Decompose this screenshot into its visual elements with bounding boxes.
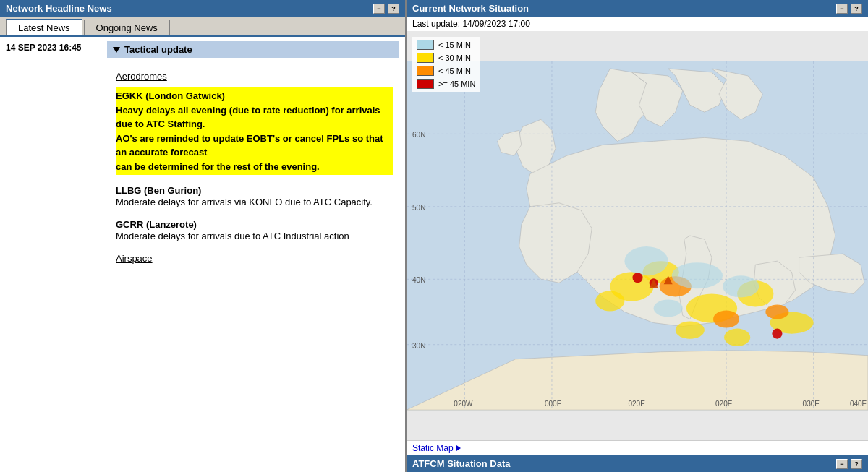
svg-text:50N: 50N (412, 204, 425, 212)
llbg-name: LLBG (Ben Gurion) (116, 185, 393, 196)
aerodrome-llbg: LLBG (Ben Gurion) Moderate delays for ar… (116, 185, 393, 209)
left-help-button[interactable]: ? (388, 4, 399, 14)
svg-point-26 (676, 322, 705, 339)
right-panel-title-bar: Current Network Situation − ? (407, 0, 868, 17)
aerodrome-gcrr: GCRR (Lanzerote) Moderate delays for arr… (116, 219, 393, 243)
right-panel: Current Network Situation − ? Last updat… (407, 0, 868, 472)
svg-point-30 (713, 310, 739, 327)
bottom-panel-title-bar: ATFCM Situation Data − ? (407, 455, 868, 472)
tactical-bar: Tactical update (107, 41, 399, 58)
svg-text:030E: 030E (803, 400, 820, 408)
aerodromes-heading: Aerodromes (116, 71, 393, 82)
static-map-label: Static Map (412, 443, 454, 453)
last-update: Last update: 14/09/2023 17:00 (407, 17, 868, 31)
svg-text:30N: 30N (412, 342, 425, 350)
svg-text:020W: 020W (454, 400, 473, 408)
news-content[interactable]: 14 SEP 2023 16:45 Tactical update Aerodr… (0, 37, 405, 472)
svg-point-32 (624, 246, 668, 275)
right-help-button[interactable]: ? (851, 4, 862, 14)
right-panel-controls: − ? (836, 4, 862, 14)
svg-point-36 (632, 273, 642, 283)
svg-point-34 (723, 275, 759, 297)
tactical-label: Tactical update (124, 44, 192, 55)
egkk-content: EGKK (London Gatwick)Heavy delays all ev… (116, 87, 393, 175)
legend-label-45plus: >= 45 MIN (438, 80, 475, 88)
bottom-panel-controls: − ? (836, 459, 862, 469)
right-panel-title: Current Network Situation (412, 3, 529, 14)
triangle-down-icon (113, 47, 120, 53)
bottom-help-button[interactable]: ? (851, 459, 862, 469)
gcrr-name: GCRR (Lanzerote) (116, 219, 393, 230)
map-legend: < 15 MIN < 30 MIN < 45 MIN >= 45 MIN (412, 37, 480, 92)
legend-label-45: < 45 MIN (438, 66, 471, 75)
svg-text:020E: 020E (628, 400, 645, 408)
left-minimize-button[interactable]: − (373, 4, 385, 14)
airspace-heading: Airspace (116, 253, 393, 264)
legend-color-45 (417, 66, 434, 76)
map-area: < 15 MIN < 30 MIN < 45 MIN >= 45 MIN (407, 31, 868, 440)
static-map-arrow-icon (456, 445, 461, 451)
bottom-panel-title: ATFCM Situation Data (412, 458, 511, 469)
static-map-bar[interactable]: Static Map (407, 440, 868, 455)
bottom-minimize-button[interactable]: − (836, 459, 848, 469)
aerodrome-egkk: EGKK (London Gatwick)Heavy delays all ev… (116, 87, 393, 175)
svg-point-33 (672, 262, 723, 288)
legend-color-45plus (417, 79, 434, 89)
tab-bar: Latest News Ongoing News (0, 17, 405, 37)
svg-point-28 (595, 291, 624, 311)
legend-color-15 (417, 40, 434, 50)
llbg-desc: Moderate delays for arrivals via KONFO d… (116, 196, 393, 209)
legend-label-15: < 15 MIN (438, 40, 471, 49)
legend-item-30: < 30 MIN (417, 53, 475, 63)
legend-item-15: < 15 MIN (417, 40, 475, 50)
svg-point-38 (772, 329, 782, 339)
svg-text:040E: 040E (850, 400, 867, 408)
svg-point-35 (654, 299, 683, 317)
legend-label-30: < 30 MIN (438, 53, 471, 62)
right-minimize-button[interactable]: − (836, 4, 848, 14)
left-panel: Network Headline News − ? Latest News On… (0, 0, 407, 472)
left-panel-controls: − ? (373, 4, 399, 14)
egkk-name: EGKK (London Gatwick)Heavy delays all ev… (116, 90, 383, 172)
left-panel-title-bar: Network Headline News − ? (0, 0, 405, 17)
legend-item-45: < 45 MIN (417, 66, 475, 76)
news-body: Aerodromes EGKK (London Gatwick)Heavy de… (0, 59, 405, 270)
svg-text:40N: 40N (412, 276, 425, 284)
news-date-row: 14 SEP 2023 16:45 Tactical update (0, 37, 405, 59)
svg-text:020E: 020E (715, 400, 733, 408)
svg-text:000E: 000E (545, 400, 562, 408)
tab-ongoing-news[interactable]: Ongoing News (84, 20, 170, 35)
europe-map: 60N 50N 40N 30N 020W 000E 020E 020E 030E… (407, 31, 868, 440)
left-panel-title: Network Headline News (6, 3, 112, 14)
news-date: 14 SEP 2023 16:45 (6, 41, 107, 53)
legend-item-45plus: >= 45 MIN (417, 79, 475, 89)
svg-point-27 (724, 329, 750, 346)
svg-text:60N: 60N (412, 131, 425, 139)
svg-point-31 (765, 304, 788, 319)
tab-latest-news[interactable]: Latest News (6, 19, 82, 35)
gcrr-desc: Moderate delays for arrivals due to ATC … (116, 230, 393, 243)
legend-color-30 (417, 53, 434, 63)
